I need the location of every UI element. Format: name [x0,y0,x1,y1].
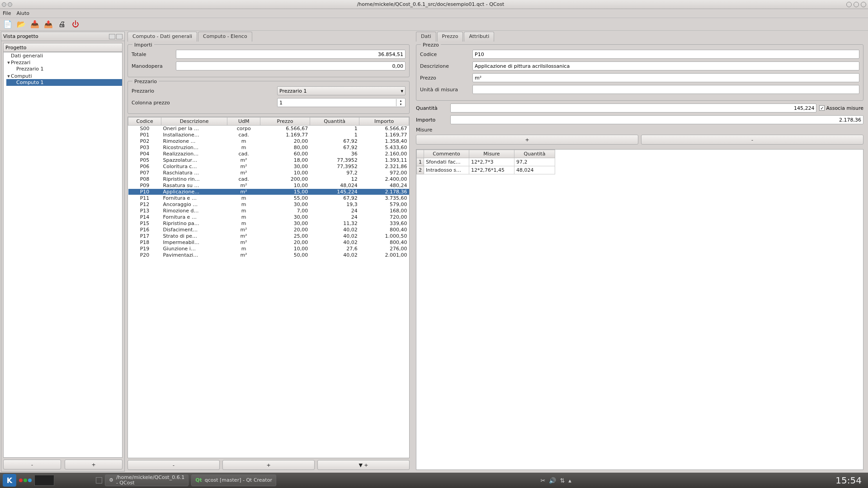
task-qtcreator[interactable]: Qt qcost [master] - Qt Creator [191,474,276,486]
combo-prezzario[interactable]: Prezzario 1▾ [277,86,406,95]
table-row[interactable]: P18Impermeabil…m²20,0040,02800,40 [128,239,409,246]
table-row[interactable]: P06Coloritura c…m²30,0077,39522.321,86 [128,164,409,170]
tree-item[interactable]: Prezzario 1 [6,66,122,72]
col-prezzo[interactable]: Prezzo [260,117,310,126]
task-qcost[interactable]: ⚙ /home/mickele/QCost_0.6.1- QCost [105,474,189,486]
table-row[interactable]: P05Spazzolatur…m²18,0077,39521.393,11 [128,157,409,164]
app-icon: ⚙ [109,478,113,483]
table-row[interactable]: P10Applicazione…m²15,00145,2242.178,36 [128,189,409,195]
table-row[interactable]: P04Realizzazion…cad.60,00362.160,00 [128,151,409,157]
list-add-child-button[interactable]: ▼ + [317,460,410,470]
import-button[interactable]: 📥 [30,19,40,29]
expand-icon[interactable]: ▾ [6,60,11,66]
tab-attributi[interactable]: Attributi [464,32,494,42]
table-row[interactable]: P07Raschiatura …m²10,0097,2972,00 [128,170,409,176]
new-file-button[interactable]: 📄 [3,19,13,29]
print-button[interactable]: 🖨 [57,19,67,29]
tree-item-selected[interactable]: Computo 1 [6,79,122,86]
list-remove-button[interactable]: - [127,460,220,470]
exit-button[interactable]: ⏻ [71,19,80,29]
table-row[interactable]: 2Intradosso s…12*2,76*1,4548,024 [417,166,555,174]
minimize-icon[interactable] [846,2,852,7]
combo-value: Prezzario 1 [279,88,307,94]
table-row[interactable]: P02Rimozione …m20,0067,921.358,40 [128,138,409,145]
tree-add-button[interactable]: + [65,460,123,469]
network-icon[interactable]: ⇅ [560,477,565,484]
kde-start-button[interactable]: K [3,474,16,487]
expand-icon[interactable]: ▾ [6,73,11,79]
task-label: - QCost [116,480,184,486]
tab-dati-generali[interactable]: Computo - Dati generali [127,32,197,42]
show-desktop-icon[interactable] [96,477,102,483]
table-row[interactable]: 1Sfondati fac…12*2,7*397,2 [417,158,555,166]
menu-file[interactable]: File [3,10,11,16]
misure-table[interactable]: Commento Misure Quantità 1Sfondati fac…1… [416,150,555,174]
col-importo[interactable]: Importo [359,117,409,126]
table-row[interactable]: P09Rasatura su …m²10,0048,024480,24 [128,183,409,189]
field-codice[interactable]: P10 [472,50,859,59]
tree-item[interactable]: Dati generali [11,53,43,59]
table-row[interactable]: P01Installazione…cad.1.169,7711.169,77 [128,132,409,138]
table-row[interactable]: P08Ripristino rin…cad.200,00122.400,00 [128,176,409,183]
table-row[interactable]: P13Rimozione d…m7,0024168,00 [128,208,409,214]
table-row[interactable]: P14Fornitura e …m30,0024720,00 [128,214,409,221]
table-row[interactable]: P20Pavimentazi…m²50,0040,022.001,00 [128,252,409,258]
spin-colonna-prezzo[interactable]: 1▴▾ [277,98,406,107]
menu-help[interactable]: Aiuto [16,10,29,16]
field-quantita[interactable]: 145,224 [450,103,816,113]
field-descrizione[interactable]: Applicazione di pittura acrilsilossanica [472,61,859,70]
export-button[interactable]: 📤 [43,19,53,29]
checkbox-associa-misure[interactable]: ✓ [819,105,825,111]
misure-add-button[interactable]: + [416,135,638,145]
qt-icon: Qt [195,478,202,483]
misure-remove-button[interactable]: - [641,135,863,145]
tree-remove-button[interactable]: - [3,460,61,469]
close-icon[interactable] [861,2,866,7]
clipboard-icon[interactable]: ✂ [540,477,545,484]
volume-icon[interactable]: 🔊 [549,477,556,484]
spin-up-icon[interactable]: ▴ [396,99,405,103]
computo-table[interactable]: Codice Descrizione UdM Prezzo Quantità I… [128,117,409,258]
clock[interactable]: 15:54 [835,475,865,486]
col-commento[interactable]: Commento [424,150,469,158]
tree-item[interactable]: Computi [11,73,32,79]
col-quantita[interactable]: Quantità [310,117,359,126]
col-codice[interactable]: Codice [128,117,161,126]
col-quantita-m[interactable]: Quantità [514,150,555,158]
dock-float-button[interactable] [109,34,115,39]
field-manodopera: 0,00 [176,61,406,70]
maximize-icon[interactable] [854,2,859,7]
window-menu-icon[interactable] [2,2,6,7]
table-row[interactable]: P03Ricostruzion…m80,0067,925.433,60 [128,145,409,151]
table-row[interactable]: P17Strato di pe…m²25,0040,021.000,50 [128,233,409,239]
label-codice: Codice [420,52,470,57]
project-tree[interactable]: Dati generali ▾Prezzari Prezzario 1 ▾Com… [3,52,123,458]
table-row[interactable]: P11Fornitura e …m55,0067,923.735,60 [128,195,409,202]
spin-down-icon[interactable]: ▾ [396,103,405,106]
col-udm[interactable]: UdM [227,117,260,126]
activity-switcher[interactable] [19,479,32,482]
field-prezzo[interactable]: m² [472,73,859,82]
tree-item[interactable]: Prezzari [11,60,30,66]
open-file-button[interactable]: 📂 [16,19,26,29]
window-pin-icon[interactable] [8,2,12,7]
dock-close-button[interactable] [116,34,123,39]
list-add-button[interactable]: + [222,460,315,470]
label-quantita: Quantità [416,105,448,111]
table-row[interactable]: P12Ancoraggio …m30,0019,3579,00 [128,202,409,208]
field-udm[interactable] [472,85,859,94]
tab-dati[interactable]: Dati [416,32,436,42]
export-icon: 📤 [44,20,53,28]
table-row[interactable]: S00Oneri per la …corpo6.566,6716.566,67 [128,126,409,132]
tab-elenco[interactable]: Computo - Elenco [198,32,252,42]
label-associa-misure: Associa misure [826,105,863,111]
table-row[interactable]: P15Ripristino pa…m30,0011,32339,60 [128,221,409,227]
table-row[interactable]: P16Disfaciment…m²20,0040,02800,40 [128,227,409,233]
task-label: qcost [master] - Qt Creator [205,478,272,483]
table-row[interactable]: P19Giunzione i…m10,0027,6276,00 [128,246,409,252]
pager[interactable] [34,475,54,486]
col-descrizione[interactable]: Descrizione [161,117,227,126]
col-misure[interactable]: Misure [469,150,514,158]
tray-expand-icon[interactable]: ▴ [568,477,571,484]
tab-prezzo[interactable]: Prezzo [437,32,463,42]
